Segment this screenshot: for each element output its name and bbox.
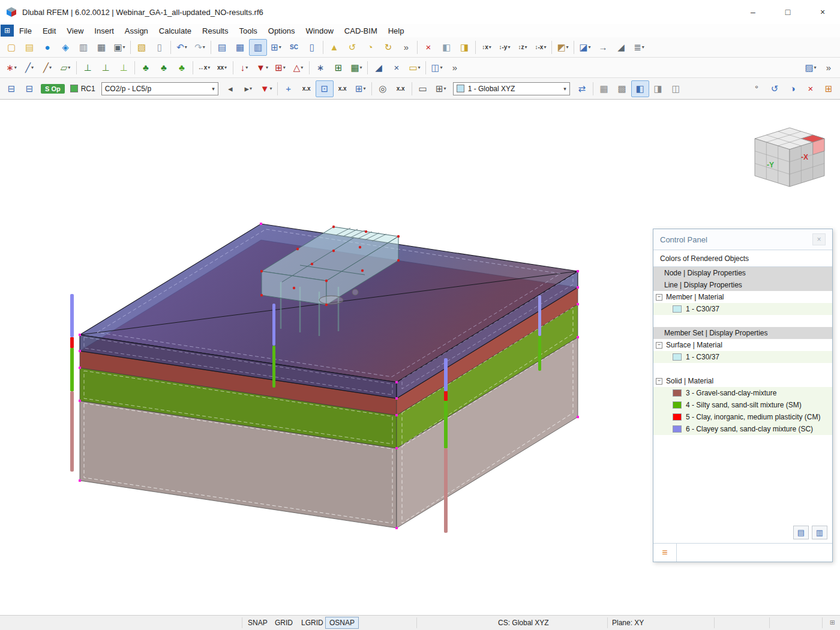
calculate-overflow-icon[interactable]: » [397,39,415,56]
grid-indicator-icon[interactable]: ⊞ [830,619,835,626]
menu-calculate[interactable]: Calculate [154,24,197,37]
cp-item-row[interactable]: 5 - Clay, inorganic, medium plasticity (… [653,411,832,423]
new-model-icon[interactable]: ▢ [2,39,20,56]
guide-object-icon[interactable]: × [388,59,406,76]
cp-group-row[interactable]: −Solid | Material [653,375,832,387]
bim-exchange-icon[interactable]: ◈ [56,39,74,56]
user-layers-icon[interactable]: ≣▾ [630,39,648,56]
next-load-case-icon[interactable]: ▸▾ [239,80,257,97]
clipping-plane-icon[interactable]: ◢ [612,39,630,56]
printout-preview-icon[interactable]: ▥ [74,39,92,56]
calculate-check-icon[interactable]: ▲ [325,39,343,56]
cube-label-neg-y[interactable]: -Y [767,161,774,169]
menu-help[interactable]: Help [383,24,410,37]
move-z-icon[interactable]: ↕z▾ [514,39,532,56]
nodal-load-icon[interactable]: ↓▾ [235,59,253,76]
render-shaded-icon[interactable]: ◧ [631,80,649,97]
menu-insert[interactable]: Insert [89,24,119,37]
open-model-icon[interactable]: ▤ [20,39,38,56]
cp-group-row[interactable]: −Surface | Material [653,339,832,351]
control-panel-close-icon[interactable]: × [812,233,826,245]
cp-group-row[interactable]: −Member | Material [653,291,832,303]
new-line-icon[interactable]: ╱▾ [20,59,38,76]
tables-toggle-icon[interactable]: ⊟ [20,80,38,97]
visibility-objects-icon[interactable]: ◪▾ [576,39,594,56]
table-sc-icon[interactable]: SC [285,39,303,56]
undo-icon[interactable]: ↶▾ [173,39,191,56]
snap-toggle-snap[interactable]: SNAP [244,617,271,629]
rfem-panel-icon[interactable]: ⊞ [1,25,14,37]
note-icon[interactable]: ▭▾ [406,59,424,76]
coordinates-xyz-icon[interactable]: x.x [298,80,316,97]
delete-view-icon[interactable]: × [802,80,820,97]
table-layout-3-icon[interactable]: ▥ [249,39,267,56]
section-cut-icon[interactable]: ◢ [370,59,388,76]
new-node-icon[interactable]: ∗▾ [2,59,20,76]
render-transparent-icon[interactable]: ◫ [667,80,685,97]
calculate-selected-icon[interactable]: ↻ [379,39,397,56]
background-fill-icon[interactable]: ▨▾ [802,59,820,76]
rotate-view-icon[interactable]: ↺ [766,80,784,97]
collapse-icon[interactable]: − [656,294,662,301]
surface-load-icon[interactable]: ⊞▾ [271,59,289,76]
work-plane-icon[interactable]: ⊡ [316,80,334,97]
display-settings-icon[interactable]: ◩▾ [554,39,572,56]
cp-item-row[interactable]: 1 - C30/37 [653,303,832,315]
delete-results-icon[interactable]: × [419,39,437,56]
menu-results[interactable]: Results [197,24,233,37]
menu-assign[interactable]: Assign [119,24,154,37]
render-solid-icon[interactable]: ◨ [649,80,667,97]
render-mode-icon[interactable]: ◨ [455,39,473,56]
new-member-icon[interactable]: ╱▾ [38,59,56,76]
move-x-icon[interactable]: ↕x▾ [478,39,496,56]
dimension-xx-icon[interactable]: xx▾ [213,59,231,76]
panel-copy-icon[interactable]: ▥ [812,526,827,539]
render-wireframe-icon[interactable]: ▦ [595,80,613,97]
table-report-icon[interactable]: ▯ [303,39,321,56]
redo-icon[interactable]: ↷▾ [191,39,209,56]
filter-loads-icon[interactable]: ▼▾ [257,80,275,97]
cp-item-row[interactable]: 4 - Silty sand, sand-silt mixture (SM) [653,399,832,411]
borehole-4[interactable] [538,295,541,371]
model-cube-icon[interactable]: ◧ [437,39,455,56]
borehole-icon[interactable]: ♣ [155,59,173,76]
navigator-toggle-icon[interactable]: ⊟ [2,80,20,97]
close-button[interactable]: × [805,0,840,24]
cs-manager-icon[interactable]: ⇄ [573,80,591,97]
menu-tools[interactable]: Tools [233,24,262,37]
render-hatch-icon[interactable]: ▩ [613,80,631,97]
report-icon[interactable]: ▯ [151,39,169,56]
draw-overflow-icon[interactable]: » [446,59,464,76]
relative-coords-icon[interactable]: x.x [392,80,410,97]
calculate-partial-icon[interactable]: ◔ [361,39,379,56]
new-surface-icon[interactable]: ▱▾ [56,59,74,76]
legend-icon[interactable]: ▤ [793,526,809,539]
move-grid-icon[interactable]: ▭ [414,80,432,97]
member-load-icon[interactable]: ▼▾ [253,59,271,76]
cp-item-row[interactable]: 1 - C30/37 [653,351,832,363]
snap-toggle-lgrid[interactable]: LGRID [298,617,327,629]
dlubal-center-icon[interactable]: ● [38,39,56,56]
pick-coordinates-icon[interactable]: ◎ [374,80,392,97]
print-icon[interactable]: ▣▾ [110,39,128,56]
panel-menu-icon[interactable]: ≡ [653,544,677,562]
menu-cad-bim[interactable]: CAD-BIM [339,24,383,37]
pointer-coords-icon[interactable]: + [280,80,298,97]
add-to-report-icon[interactable]: ▧ [133,39,151,56]
view-overflow-icon[interactable]: » [820,59,838,76]
cp-item-row[interactable]: 3 - Gravel-sand-clay-mixture [653,387,832,399]
cp-item-row[interactable]: 6 - Clayey sand, sand-clay mixture (SC) [653,423,832,435]
snap-toggle-osnap[interactable]: OSNAP [325,617,359,629]
menu-view[interactable]: View [61,24,89,37]
soil-sample-icon[interactable]: ♣ [173,59,191,76]
design-situation-badge[interactable]: S Op [41,84,65,94]
menu-window[interactable]: Window [301,24,339,37]
mesh-settings-icon[interactable]: ▦▾ [347,59,365,76]
navigation-cube[interactable]: -Y -X [755,128,824,187]
snap-settings-icon[interactable]: ⊞▾ [432,80,450,97]
move-neg-y-icon[interactable]: ↕-y▾ [496,39,514,56]
collapse-icon[interactable]: − [656,378,662,385]
previous-load-case-icon[interactable]: ◂ [221,80,239,97]
combination-indicator[interactable]: RC1 [70,85,95,93]
mesh-node-icon[interactable]: ∗ [311,59,329,76]
